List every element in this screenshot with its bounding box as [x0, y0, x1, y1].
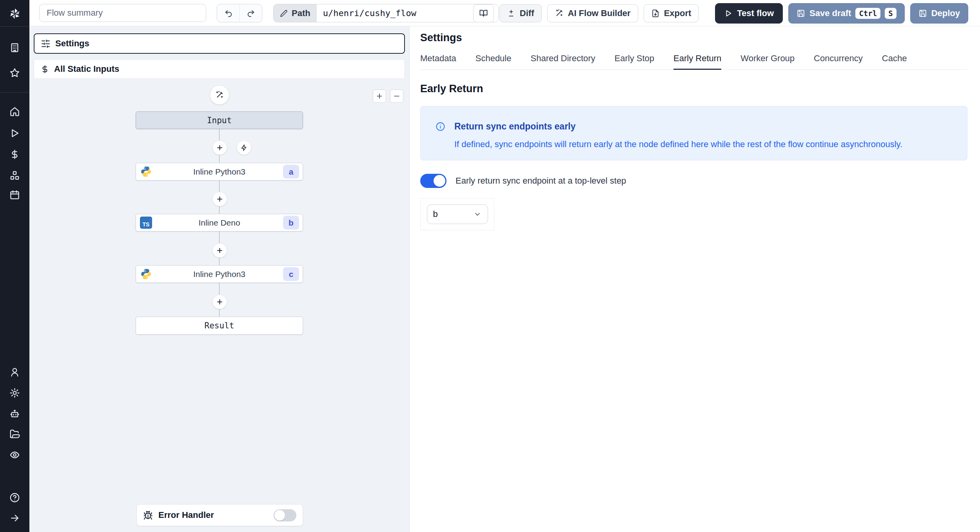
- add-step-button[interactable]: [212, 140, 227, 155]
- test-flow-button[interactable]: Test flow: [715, 3, 783, 24]
- undo-redo-group: [217, 4, 262, 22]
- windmill-logo-icon[interactable]: [8, 7, 22, 21]
- plus-icon: [216, 247, 223, 254]
- save-draft-label: Save draft: [809, 8, 851, 18]
- settings-panel: Settings Metadata Schedule Shared Direct…: [410, 26, 980, 532]
- docs-book-button[interactable]: [473, 4, 494, 22]
- ai-flow-builder-label: AI Flow Builder: [568, 8, 631, 18]
- node-id-badge: c: [283, 267, 299, 281]
- save-icon: [918, 9, 927, 18]
- tab-worker-group[interactable]: Worker Group: [740, 53, 795, 69]
- export-label: Export: [664, 8, 691, 18]
- sidebar-divider: [0, 92, 29, 93]
- early-return-title: Early Return: [420, 83, 967, 95]
- zoom-out-button[interactable]: [390, 89, 403, 103]
- diff-label: Diff: [520, 8, 534, 18]
- add-step-button[interactable]: [212, 243, 227, 258]
- shortcut-ctrl-key: Ctrl: [855, 8, 880, 19]
- plus-icon: [216, 144, 223, 151]
- tab-early-return[interactable]: Early Return: [673, 53, 721, 69]
- eye-icon[interactable]: [9, 450, 20, 460]
- diff-icon: [507, 9, 515, 18]
- settings-panel-title: Settings: [420, 32, 967, 44]
- tab-metadata[interactable]: Metadata: [420, 53, 456, 69]
- flow-settings-label: Settings: [55, 38, 89, 49]
- node-label: Inline Python3: [136, 167, 303, 177]
- tab-schedule[interactable]: Schedule: [475, 53, 512, 69]
- sidebar-divider: [0, 26, 29, 27]
- settings-tabs: Metadata Schedule Shared Directory Early…: [420, 53, 967, 70]
- path-field-group: Path: [273, 4, 499, 22]
- tab-concurrency[interactable]: Concurrency: [814, 53, 863, 69]
- flow-node-input[interactable]: Input: [136, 111, 303, 129]
- deploy-label: Deploy: [931, 8, 960, 18]
- plus-icon: [216, 195, 223, 203]
- node-label: Inline Python3: [136, 270, 303, 279]
- path-input[interactable]: [317, 4, 498, 22]
- save-draft-button[interactable]: Save draft Ctrl S: [788, 3, 905, 24]
- flow-summary-input[interactable]: [39, 4, 206, 22]
- node-id-badge: a: [283, 165, 299, 179]
- error-handler-label: Error Handler: [158, 510, 268, 520]
- early-return-toggle-label: Early return sync endpoint at a top-leve…: [456, 176, 626, 186]
- all-static-inputs-button[interactable]: All Static Inputs: [34, 59, 405, 79]
- help-icon[interactable]: [9, 492, 20, 503]
- redo-button[interactable]: [240, 4, 262, 22]
- add-step-button[interactable]: [212, 295, 227, 309]
- error-handler-row[interactable]: Error Handler: [136, 504, 303, 526]
- wand-sparkles-icon: [215, 90, 224, 100]
- flow-settings-button[interactable]: Settings: [34, 33, 405, 54]
- flow-node-a[interactable]: Inline Python3 a: [136, 163, 303, 180]
- runs-play-icon[interactable]: [9, 128, 20, 138]
- workspace-icon[interactable]: [9, 42, 20, 53]
- play-icon: [724, 9, 733, 18]
- home-icon[interactable]: [9, 106, 20, 117]
- zap-icon: [240, 144, 248, 151]
- tab-cache[interactable]: Cache: [882, 53, 907, 69]
- info-icon: [436, 122, 445, 131]
- deploy-button[interactable]: Deploy: [910, 3, 968, 24]
- path-label: Path: [292, 8, 310, 18]
- add-trigger-button[interactable]: [237, 140, 251, 155]
- early-return-info-box: Return sync endpoints early If defined, …: [420, 106, 967, 160]
- step-select[interactable]: b: [427, 204, 488, 224]
- node-id-badge: b: [283, 216, 299, 230]
- folder-icon[interactable]: [9, 429, 20, 439]
- tab-shared-directory[interactable]: Shared Directory: [530, 53, 595, 69]
- node-label: Result: [205, 321, 234, 330]
- user-icon[interactable]: [9, 367, 20, 377]
- plus-icon: [376, 92, 383, 100]
- variables-dollar-icon[interactable]: [9, 149, 20, 160]
- add-step-button[interactable]: [212, 192, 227, 206]
- flow-node-b[interactable]: TS Inline Deno b: [136, 214, 303, 231]
- ai-flow-builder-button[interactable]: AI Flow Builder: [547, 4, 638, 22]
- save-icon: [797, 9, 805, 18]
- export-button[interactable]: Export: [644, 4, 699, 22]
- favorites-star-icon[interactable]: [9, 67, 20, 78]
- diff-button[interactable]: Diff: [499, 4, 542, 22]
- settings-gear-icon[interactable]: [9, 388, 20, 398]
- resources-boxes-icon[interactable]: [9, 170, 20, 181]
- path-edit-button[interactable]: Path: [274, 4, 317, 22]
- wand-sparkles-icon: [555, 9, 564, 18]
- schedules-calendar-icon[interactable]: [9, 189, 20, 200]
- workers-robot-icon[interactable]: [9, 408, 20, 419]
- zoom-in-button[interactable]: [373, 89, 386, 103]
- book-open-icon: [479, 9, 488, 18]
- shortcut-s-key: S: [885, 8, 896, 19]
- undo-button[interactable]: [217, 4, 240, 22]
- ai-graph-wand-button[interactable]: [210, 85, 229, 105]
- early-return-toggle[interactable]: [420, 174, 446, 188]
- node-label: Inline Deno: [136, 218, 303, 228]
- minus-icon: [393, 92, 401, 100]
- expand-arrow-icon[interactable]: [9, 513, 20, 523]
- chevron-down-icon: [473, 210, 482, 219]
- all-static-inputs-label: All Static Inputs: [54, 64, 119, 74]
- bug-icon: [143, 510, 153, 520]
- node-label: Input: [207, 116, 232, 125]
- error-handler-toggle[interactable]: [274, 509, 296, 521]
- tab-early-stop[interactable]: Early Stop: [615, 53, 655, 69]
- sliders-icon: [41, 39, 51, 49]
- flow-node-result[interactable]: Result: [136, 317, 303, 335]
- flow-node-c[interactable]: Inline Python3 c: [136, 265, 303, 283]
